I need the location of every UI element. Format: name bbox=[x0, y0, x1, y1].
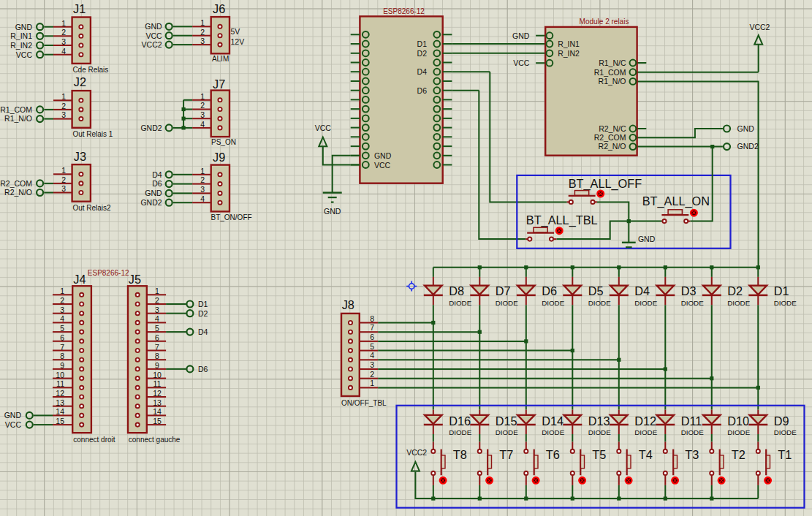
svg-text:2: 2 bbox=[60, 296, 64, 305]
svg-text:T4: T4 bbox=[639, 448, 653, 461]
svg-text:DIODE: DIODE bbox=[496, 428, 518, 436]
svg-text:2: 2 bbox=[200, 175, 205, 184]
svg-text:PS_ON: PS_ON bbox=[211, 138, 236, 146]
svg-text:D1: D1 bbox=[417, 39, 428, 48]
svg-text:BT_ON/OFF: BT_ON/OFF bbox=[211, 213, 252, 221]
svg-text:D7: D7 bbox=[496, 284, 511, 297]
svg-text:BT_ALL_TBL: BT_ALL_TBL bbox=[526, 213, 598, 227]
svg-text:GND: GND bbox=[145, 22, 162, 31]
svg-text:GND: GND bbox=[374, 151, 392, 160]
svg-text:14: 14 bbox=[153, 407, 162, 416]
svg-text:GND: GND bbox=[512, 31, 530, 40]
svg-text:J6: J6 bbox=[213, 2, 225, 15]
svg-text:13: 13 bbox=[56, 398, 64, 407]
svg-text:D14: D14 bbox=[542, 414, 564, 428]
svg-text:ALIM: ALIM bbox=[212, 55, 229, 63]
svg-text:R2_COM: R2_COM bbox=[594, 133, 626, 142]
svg-text:10: 10 bbox=[56, 371, 64, 379]
svg-text:D2: D2 bbox=[727, 284, 743, 297]
svg-text:T6: T6 bbox=[546, 448, 560, 461]
svg-text:D2: D2 bbox=[417, 49, 428, 58]
svg-text:1: 1 bbox=[61, 92, 66, 101]
svg-text:DIODE: DIODE bbox=[727, 299, 750, 307]
svg-text:J9: J9 bbox=[213, 151, 225, 164]
svg-text:3: 3 bbox=[60, 306, 64, 314]
svg-text:DIODE: DIODE bbox=[727, 428, 750, 436]
svg-text:J2: J2 bbox=[74, 75, 86, 88]
svg-text:6: 6 bbox=[155, 333, 159, 342]
svg-text:4: 4 bbox=[155, 314, 159, 323]
svg-text:DIODE: DIODE bbox=[681, 299, 704, 307]
svg-text:D4: D4 bbox=[152, 170, 162, 179]
svg-text:5: 5 bbox=[155, 324, 159, 333]
svg-text:8: 8 bbox=[370, 314, 374, 323]
svg-text:R1_COM: R1_COM bbox=[594, 68, 626, 77]
svg-text:5: 5 bbox=[60, 324, 64, 333]
svg-text:T5: T5 bbox=[592, 448, 606, 461]
svg-text:DIODE: DIODE bbox=[634, 299, 657, 307]
svg-text:D9: D9 bbox=[774, 414, 789, 428]
svg-text:3: 3 bbox=[370, 360, 374, 369]
svg-text:R1_N/O: R1_N/O bbox=[4, 114, 32, 123]
svg-text:1: 1 bbox=[61, 166, 66, 175]
svg-text:9: 9 bbox=[155, 361, 159, 370]
svg-text:R_IN2: R_IN2 bbox=[558, 49, 580, 58]
svg-text:GND: GND bbox=[737, 124, 755, 133]
svg-text:7: 7 bbox=[60, 343, 64, 352]
svg-text:ON/OFF_TBL: ON/OFF_TBL bbox=[341, 399, 387, 407]
svg-text:J4: J4 bbox=[73, 273, 86, 286]
svg-text:DIODE: DIODE bbox=[542, 299, 564, 307]
svg-text:D2: D2 bbox=[198, 309, 208, 318]
svg-text:J7: J7 bbox=[213, 77, 225, 91]
svg-text:4: 4 bbox=[61, 47, 66, 56]
svg-text:D4: D4 bbox=[634, 284, 650, 297]
svg-text:15: 15 bbox=[153, 417, 162, 425]
svg-text:VCC2: VCC2 bbox=[142, 40, 162, 49]
svg-text:7: 7 bbox=[155, 343, 159, 352]
svg-text:GND: GND bbox=[638, 235, 656, 243]
svg-text:DIODE: DIODE bbox=[449, 299, 471, 307]
svg-text:4: 4 bbox=[200, 194, 205, 203]
svg-text:12V: 12V bbox=[231, 37, 245, 46]
svg-text:5V: 5V bbox=[231, 27, 240, 36]
svg-text:1: 1 bbox=[370, 379, 374, 387]
svg-text:R2_N/O: R2_N/O bbox=[599, 142, 626, 151]
svg-text:D10: D10 bbox=[727, 414, 749, 428]
svg-text:1: 1 bbox=[200, 92, 205, 101]
svg-text:R1_N/O: R1_N/O bbox=[599, 77, 626, 86]
svg-text:12: 12 bbox=[153, 389, 162, 398]
svg-text:3: 3 bbox=[155, 306, 159, 314]
svg-text:T7: T7 bbox=[499, 448, 513, 461]
svg-text:D13: D13 bbox=[588, 414, 610, 428]
svg-text:DIODE: DIODE bbox=[634, 428, 657, 436]
svg-text:DIODE: DIODE bbox=[496, 299, 518, 307]
svg-text:DIODE: DIODE bbox=[681, 428, 704, 436]
svg-text:Out Relais 1: Out Relais 1 bbox=[72, 130, 113, 138]
svg-text:3: 3 bbox=[200, 185, 205, 194]
svg-text:R_IN1: R_IN1 bbox=[558, 39, 580, 48]
svg-text:1: 1 bbox=[60, 287, 64, 295]
svg-text:GND2: GND2 bbox=[140, 124, 162, 132]
svg-text:GND2: GND2 bbox=[140, 198, 162, 207]
svg-text:D15: D15 bbox=[496, 414, 517, 428]
svg-text:10: 10 bbox=[153, 371, 162, 379]
svg-text:GND: GND bbox=[15, 23, 33, 31]
svg-text:VCC: VCC bbox=[5, 420, 22, 429]
svg-text:2: 2 bbox=[200, 101, 205, 110]
svg-text:13: 13 bbox=[153, 398, 162, 407]
svg-text:1: 1 bbox=[155, 287, 159, 295]
svg-text:3: 3 bbox=[200, 110, 205, 119]
svg-text:VCC2: VCC2 bbox=[406, 448, 427, 457]
svg-text:J3: J3 bbox=[74, 150, 86, 163]
svg-text:D4: D4 bbox=[417, 67, 428, 76]
svg-text:VCC: VCC bbox=[513, 58, 530, 67]
svg-text:6: 6 bbox=[60, 333, 64, 342]
svg-text:15: 15 bbox=[56, 417, 64, 425]
svg-text:BT_ALL_ON: BT_ALL_ON bbox=[642, 194, 710, 208]
svg-text:DIODE: DIODE bbox=[542, 428, 564, 436]
svg-text:T2: T2 bbox=[732, 448, 745, 461]
svg-text:8: 8 bbox=[155, 352, 159, 360]
svg-text:3: 3 bbox=[61, 37, 66, 46]
svg-text:GND: GND bbox=[145, 189, 162, 197]
svg-text:14: 14 bbox=[56, 407, 64, 416]
